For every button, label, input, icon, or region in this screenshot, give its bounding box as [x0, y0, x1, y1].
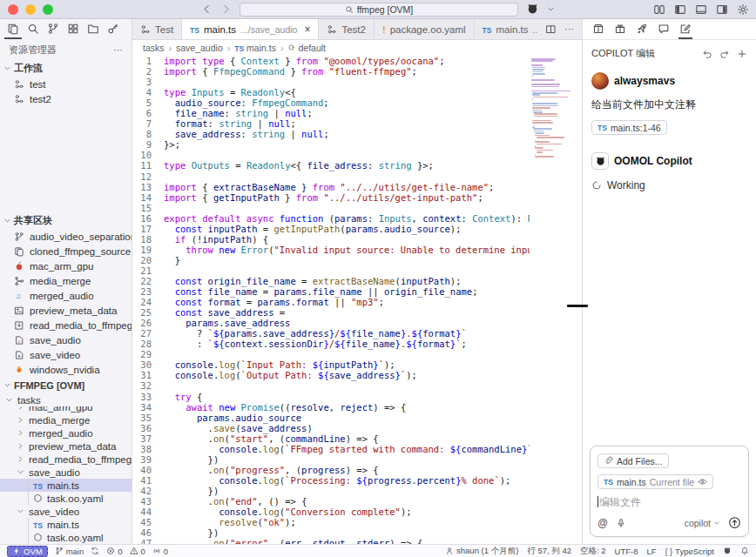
code-line-42[interactable]: 42 }) — [132, 486, 530, 496]
explorer-more-actions-button[interactable]: ··· — [113, 45, 123, 55]
code-line-16[interactable]: 16export default async function (params:… — [132, 213, 530, 224]
status-item-UTF-8[interactable]: UTF-8 — [615, 547, 638, 556]
tree-item-tasks[interactable]: tasks — [0, 393, 132, 406]
activity-item-source-control[interactable] — [44, 19, 62, 39]
undo-icon[interactable] — [702, 49, 712, 59]
breadcrumb-item-main.ts[interactable]: TSmain.ts — [234, 43, 276, 53]
toggle-right-sidebar-button[interactable] — [716, 3, 728, 16]
history-back-button[interactable] — [201, 3, 213, 15]
shared-item-media_merge[interactable]: media_merge — [0, 273, 132, 288]
code-line-28[interactable]: 28 : `${context.sessionDir}/${file_name}… — [132, 339, 530, 349]
maximize-window-button[interactable] — [43, 4, 53, 15]
status-item-shaun (1 个月前)[interactable]: shaun (1 个月前) — [445, 546, 518, 557]
code-line-47[interactable]: 47 .on("error", (err, stdout, stderr) =>… — [132, 538, 530, 544]
tree-item-read_media_to_ffmpeg[interactable]: read_media_to_ffmpeg — [0, 453, 132, 466]
code-line-23[interactable]: 23 const file_name = params.file_name ||… — [132, 286, 530, 297]
code-line-41[interactable]: 41 console.log(`Processing: ${progress.p… — [132, 475, 530, 486]
code-line-1[interactable]: 1import type { Context } from "@oomol/ty… — [132, 56, 530, 66]
code-line-38[interactable]: 38 console.log(`FFmpeg started with comm… — [132, 444, 530, 454]
tree-item-save_audio[interactable]: save_audio — [0, 466, 132, 479]
shared-item-read_media_to_ffmpeg[interactable]: read_media_to_ffmpeg — [0, 318, 132, 332]
tree-item-mac_arm_gpu[interactable]: mac_arm_gpu — [0, 406, 132, 413]
code-line-5[interactable]: 5 audio_source: FfmpegCommand; — [132, 97, 530, 108]
split-editor-button[interactable] — [545, 23, 557, 35]
shared-item-save_video[interactable]: save_video — [0, 347, 132, 362]
tree-item-task.oo.yaml[interactable]: task.oo.yaml — [0, 531, 132, 544]
mic-icon[interactable] — [616, 518, 626, 528]
code-line-25[interactable]: 25 const save_address = — [132, 307, 530, 318]
minimap[interactable] — [530, 55, 582, 544]
tree-item-main.ts[interactable]: TSmain.ts — [0, 518, 132, 531]
code-line-33[interactable]: 33 try { — [132, 392, 530, 402]
status-item-行 57, 列 42[interactable]: 行 57, 列 42 — [527, 546, 571, 557]
toggle-left-sidebar-button[interactable] — [674, 3, 686, 16]
editor-tab-main.ts[interactable]: TSmain.ts.../save — [475, 19, 537, 39]
shared-item-cloned_ffmpeg_source[interactable]: cloned_ffmpeg_source — [0, 244, 132, 258]
code-line-19[interactable]: 19 throw new Error("Invalid input source… — [132, 245, 530, 255]
code-line-24[interactable]: 24 const format = params.format || "mp3"… — [132, 297, 530, 307]
activity-item-key[interactable] — [105, 19, 122, 39]
new-chat-button[interactable] — [737, 49, 747, 59]
copilot-input-box[interactable]: Add Files... TS main.ts Current file 编辑文… — [590, 446, 749, 537]
tree-item-merged_audio[interactable]: merged_audio — [0, 426, 132, 440]
status-item-0[interactable]: 0 — [152, 547, 168, 556]
code-line-31[interactable]: 31 console.log(`Output Path: ${save_addr… — [132, 370, 530, 380]
workflow-item-test2[interactable]: test2 — [0, 91, 132, 106]
section-header-workflow[interactable]: 工作流 — [0, 60, 132, 77]
chat-icon[interactable] — [658, 23, 670, 35]
code-line-29[interactable]: 29 — [132, 349, 530, 359]
send-button[interactable] — [728, 516, 741, 529]
tree-item-save_video[interactable]: save_video — [0, 505, 132, 518]
section-header-shared-blocks[interactable]: 共享区块 — [0, 212, 132, 229]
history-forward-button[interactable] — [220, 3, 232, 15]
code-line-27[interactable]: 27 ? `${params.save_address}/${file_name… — [132, 328, 530, 339]
code-line-39[interactable]: 39 }) — [132, 454, 530, 465]
code-line-2[interactable]: 2import { FfmpegCommand } from "fluent-f… — [132, 66, 530, 77]
shared-item-windows_nvidia[interactable]: windows_nvidia — [0, 362, 132, 377]
gift-icon[interactable] — [614, 23, 626, 35]
customize-layout-button[interactable] — [653, 3, 665, 16]
code-line-36[interactable]: 36 .save(save_address) — [132, 423, 530, 433]
tree-item-media_merge[interactable]: media_merge — [0, 413, 132, 426]
status-item-TypeScript[interactable]: { }TypeScript — [665, 547, 714, 556]
tree-item-task.oo.yaml[interactable]: task.oo.yaml — [0, 492, 132, 505]
workflow-item-test[interactable]: test — [0, 77, 132, 91]
code-line-37[interactable]: 37 .on("start", (commandLine) => { — [132, 433, 530, 444]
shared-item-preview_meta_data[interactable]: preview_meta_data — [0, 303, 132, 318]
mention-button[interactable]: @ — [597, 518, 608, 528]
code-line-10[interactable]: 10 — [132, 150, 530, 160]
breadcrumb-item-default[interactable]: default — [287, 43, 326, 53]
code-line-6[interactable]: 6 file_name: string | null; — [132, 108, 530, 118]
oomol-cat-menu-button[interactable] — [526, 3, 539, 16]
settings-gear-button[interactable] — [737, 3, 749, 16]
context-file-chip[interactable]: TS main.ts Current file — [597, 474, 713, 489]
close-window-button[interactable] — [8, 4, 18, 15]
add-files-button[interactable]: Add Files... — [597, 453, 669, 468]
editor-more-actions-button[interactable]: ··· — [564, 24, 574, 34]
eye-icon[interactable] — [698, 477, 707, 487]
activity-item-search[interactable] — [24, 19, 42, 39]
breadcrumb-item-tasks[interactable]: tasks — [143, 43, 165, 53]
status-item-OVM[interactable]: OVM — [7, 546, 48, 557]
code-line-3[interactable]: 3 — [132, 77, 530, 87]
minimize-window-button[interactable] — [25, 4, 36, 15]
code-line-18[interactable]: 18 if (!inputPath) { — [132, 234, 530, 245]
sash-indicator[interactable] — [567, 305, 588, 307]
code-line-34[interactable]: 34 await new Promise((resolve, reject) =… — [132, 402, 530, 413]
editor-tab-main.ts[interactable]: TSmain.ts.../save_audio× — [182, 19, 319, 39]
code-line-26[interactable]: 26 params.save_address — [132, 318, 530, 328]
code-line-44[interactable]: 44 console.log("Conversion complete"); — [132, 507, 530, 517]
editor-tab-package.oo.yaml[interactable]: !package.oo.yaml — [375, 19, 475, 39]
code-line-40[interactable]: 40 .on("progress", (progress) => { — [132, 465, 530, 475]
redo-icon[interactable] — [719, 49, 730, 59]
editor-tab-Test2[interactable]: Test2 — [319, 19, 375, 39]
status-item-0[interactable]: 0 — [106, 547, 122, 556]
model-selector[interactable]: copilot — [685, 518, 720, 528]
chevron-down-icon[interactable] — [547, 5, 555, 13]
code-line-45[interactable]: 45 resolve("ok"); — [132, 517, 530, 527]
code-line-46[interactable]: 46 }) — [132, 527, 530, 538]
code-line-30[interactable]: 30 console.log(`Input Path: ${inputPath}… — [132, 359, 530, 370]
package-icon[interactable] — [592, 23, 604, 35]
code-line-4[interactable]: 4type Inputs = Readonly<{ — [132, 87, 530, 97]
code-line-9[interactable]: 9}>; — [132, 139, 530, 150]
